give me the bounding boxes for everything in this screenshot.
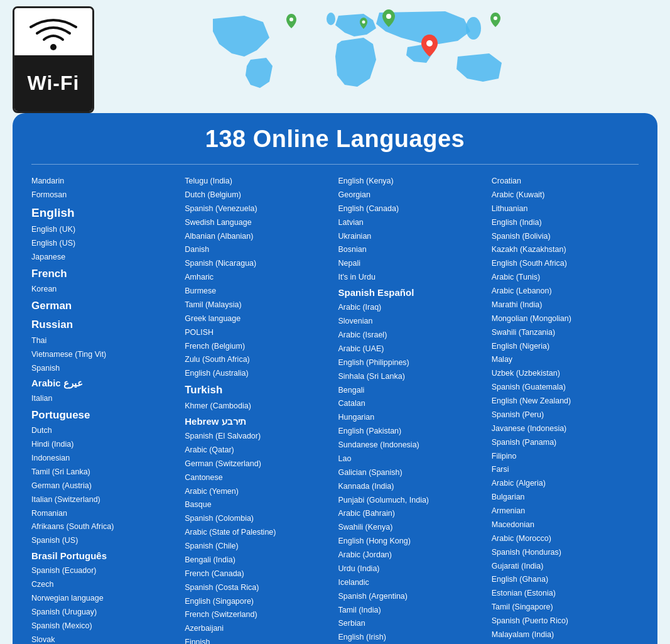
lang-item: Cantonese [185, 471, 332, 485]
lang-item: Zulu (South Africa) [185, 353, 332, 367]
lang-item: Galician (Spanish) [338, 466, 485, 480]
lang-item: English (Kenya) [338, 175, 485, 188]
lang-item: French [31, 265, 178, 283]
lang-item: English (India) [492, 216, 639, 230]
lang-item: Urdu (India) [338, 562, 485, 576]
lang-item: Norwegian language [31, 592, 178, 606]
top-area: Wi-Fi [0, 0, 670, 113]
lang-item: Japanese [31, 251, 178, 265]
lang-item: English (New Zealand) [492, 395, 639, 408]
lang-item: Arabic (Yemen) [185, 485, 332, 499]
lang-item: Afrikaans (South Africa) [31, 520, 178, 534]
svg-point-6 [494, 16, 497, 20]
wifi-logo: Wi-Fi [13, 6, 94, 113]
map-area [94, 6, 657, 94]
lang-item: Lithuanian [492, 202, 639, 216]
lang-item: Slovak [31, 633, 178, 644]
lang-item: Spanish (Peru) [492, 408, 639, 422]
svg-point-5 [289, 18, 293, 21]
divider [31, 164, 639, 165]
lang-item: Swedish Language [185, 216, 332, 230]
lang-item: Sundanese (Indonesia) [338, 439, 485, 452]
lang-item: Spanish (Mexico) [31, 619, 178, 633]
svg-point-3 [327, 13, 335, 25]
lang-item: Farsi [492, 463, 639, 477]
lang-item: Burmese [185, 285, 332, 298]
language-column-1: MandarinFormosanEnglishEnglish (UK)Engli… [31, 175, 178, 644]
lang-item: Malay [492, 353, 639, 367]
lang-item: German (Switzerland) [185, 457, 332, 471]
lang-item: Serbian [338, 617, 485, 631]
lang-item: Hindi (India) [31, 438, 178, 452]
lang-item: Icelandic [338, 576, 485, 590]
lang-item: Spanish (Puerto Rico) [492, 614, 639, 628]
lang-item: Arabic (Lebanon) [492, 285, 639, 298]
svg-point-0 [50, 44, 57, 50]
lang-item: Tamil (Sri Lanka) [31, 466, 178, 479]
lang-item: Filipino [492, 450, 639, 464]
lang-item: Tamil (Singapore) [492, 601, 639, 614]
lang-item: English [31, 202, 178, 223]
lang-item: Hebrew תירבע [185, 413, 332, 430]
lang-item: German [31, 297, 178, 315]
wifi-icon [28, 14, 78, 52]
lang-item: German (Austria) [31, 479, 178, 493]
lang-item: Gujarati (India) [492, 560, 639, 574]
lang-item: Dutch [31, 424, 178, 438]
lang-item: Arabic (Qatar) [185, 444, 332, 457]
lang-item: Arabic (Algeria) [492, 477, 639, 491]
language-column-3: English (Kenya)GeorgianEnglish (Canada)L… [338, 175, 485, 644]
language-column-2: Telugu (India)Dutch (Belgium)Spanish (Ve… [185, 175, 332, 644]
lang-item: English (Ghana) [492, 573, 639, 587]
lang-item: Hungarian [338, 411, 485, 425]
lang-item: Telugu (India) [185, 175, 332, 188]
lang-item: Nepali [338, 257, 485, 271]
lang-item: Brasil Português [31, 548, 178, 564]
lang-item: Indonesian [31, 452, 178, 466]
lang-item: Macedonian [492, 518, 639, 532]
lang-item: Arabic (State of Palestine) [185, 526, 332, 540]
card-title: 138 Online Languages [31, 126, 639, 153]
language-column-4: CroatianArabic (Kuwait)LithuanianEnglish… [492, 175, 639, 644]
lang-item: Bengali [338, 384, 485, 398]
svg-point-4 [386, 14, 391, 19]
lang-item: Arabic (Iraq) [338, 301, 485, 315]
lang-item: Punjabi (Golumuch, India) [338, 494, 485, 508]
lang-item: Croatian [492, 175, 639, 188]
lang-item: Romanian [31, 507, 178, 521]
lang-item: Mandarin [31, 175, 178, 188]
lang-item: Uzbek (Uzbekistan) [492, 367, 639, 381]
lang-item: Spanish (El Salvador) [185, 430, 332, 444]
lang-item: Spanish (Chile) [185, 540, 332, 554]
lang-item: Spanish (Argentina) [338, 590, 485, 604]
lang-item: English (Singapore) [185, 595, 332, 609]
world-map [194, 6, 558, 94]
lang-item: Arabic (Bahrain) [338, 507, 485, 521]
lang-item: French (Switzerland) [185, 608, 332, 622]
lang-item: English (Nigeria) [492, 340, 639, 354]
lang-item: English (Irish) [338, 631, 485, 644]
lang-item: Khmer (Cambodia) [185, 400, 332, 413]
lang-item: Arabic (UAE) [338, 342, 485, 356]
lang-item: Armenian [492, 505, 639, 518]
lang-item: Javanese (Indonesia) [492, 422, 639, 436]
lang-item: Catalan [338, 397, 485, 411]
lang-item: Sinhala (Sri Lanka) [338, 370, 485, 384]
lang-item: Spanish (Guatemala) [492, 381, 639, 395]
lang-item: Arabic (Kuwait) [492, 188, 639, 202]
lang-item: Kazakh (Kazakhstan) [492, 243, 639, 257]
main-card: 138 Online Languages MandarinFormosanEng… [13, 113, 657, 644]
lang-item: Spanish (Honduras) [492, 546, 639, 560]
lang-item: Swahili (Kenya) [338, 521, 485, 535]
lang-item: Spanish (Bolivia) [492, 230, 639, 244]
lang-item: Vietnamese (Ting Vit) [31, 348, 178, 362]
lang-item: Spanish (Venezuela) [185, 202, 332, 216]
lang-item: Malayalam (India) [492, 628, 639, 642]
lang-item: Arabic (Tunis) [492, 271, 639, 285]
lang-item: Czech [31, 578, 178, 592]
lang-item: Tamil (India) [338, 604, 485, 618]
lang-item: Greek language [185, 312, 332, 326]
lang-item: English (UK) [31, 223, 178, 237]
lang-item: Thai [31, 334, 178, 348]
lang-item: Estonian (Estonia) [492, 587, 639, 601]
